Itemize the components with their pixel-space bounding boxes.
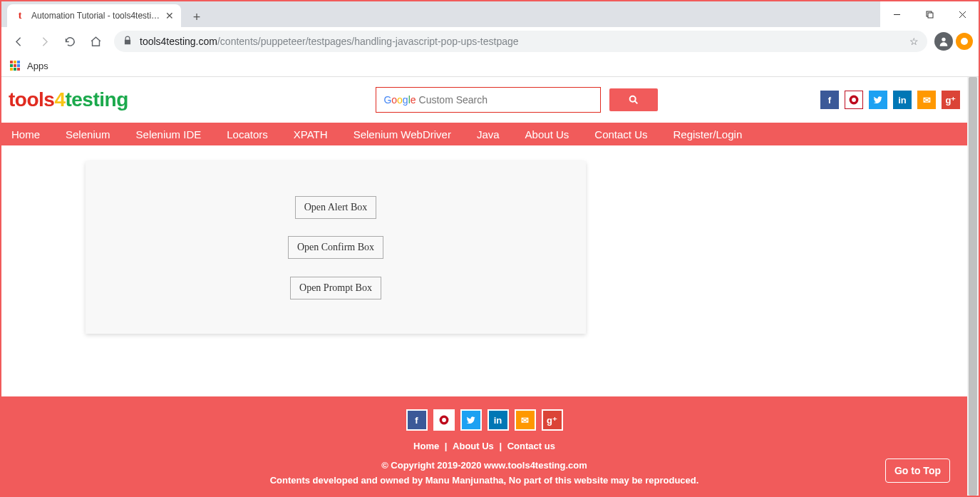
forward-button[interactable] <box>33 30 56 53</box>
maximize-button[interactable] <box>913 1 946 27</box>
bookmark-star-icon[interactable]: ☆ <box>909 36 919 47</box>
site-footer: f in ✉ g⁺ Home | About Us | Contact us ©… <box>1 396 967 496</box>
footer-links: Home | About Us | Contact us <box>1 441 967 451</box>
nav-locators[interactable]: Locators <box>222 128 272 140</box>
tab-title: Automation Tutorial - tools4testi… <box>31 11 160 21</box>
footer-linkedin-icon[interactable]: in <box>488 409 509 431</box>
demo-card: Open Alert Box Open Confirm Box Open Pro… <box>86 161 586 334</box>
search-wrap: Google Custom Search <box>376 87 658 113</box>
tab-strip: t Automation Tutorial - tools4testi… ✕ + <box>1 1 979 27</box>
search-icon <box>628 94 639 106</box>
nav-contact[interactable]: Contact Us <box>590 128 651 140</box>
googleplus-icon[interactable]: g⁺ <box>942 91 960 109</box>
open-alert-button[interactable]: Open Alert Box <box>295 196 377 219</box>
back-button[interactable] <box>7 30 30 53</box>
bookmarks-bar: Apps <box>1 56 979 77</box>
nav-selenium[interactable]: Selenium <box>61 128 115 140</box>
pinterest-icon[interactable] <box>845 91 863 109</box>
search-input[interactable]: Google Custom Search <box>376 87 601 113</box>
footer-facebook-icon[interactable]: f <box>406 409 428 431</box>
profile-button[interactable] <box>934 32 953 51</box>
page: tools4testing Google Custom Search f in … <box>1 77 967 496</box>
twitter-icon[interactable] <box>869 91 887 109</box>
close-tab-icon[interactable]: ✕ <box>165 10 174 21</box>
header-social: f in ✉ g⁺ <box>820 91 960 109</box>
facebook-icon[interactable]: f <box>820 91 839 109</box>
new-tab-button[interactable]: + <box>187 7 207 27</box>
favicon-icon: t <box>14 10 26 21</box>
open-confirm-button[interactable]: Open Confirm Box <box>288 236 383 259</box>
footer-twitter-icon[interactable] <box>460 409 482 431</box>
nav-xpath[interactable]: XPATH <box>289 128 332 140</box>
lock-icon <box>123 36 133 48</box>
apps-label[interactable]: Apps <box>27 61 48 71</box>
svg-point-10 <box>852 98 856 102</box>
nav-about[interactable]: About Us <box>521 128 574 140</box>
search-button[interactable] <box>609 88 658 111</box>
footer-disclaimer: Contents developed and owned by Manu Man… <box>1 475 967 486</box>
nav-java[interactable]: Java <box>473 128 504 140</box>
email-icon[interactable]: ✉ <box>917 91 936 109</box>
browser-tab[interactable]: t Automation Tutorial - tools4testi… ✕ <box>7 4 181 27</box>
viewport: tools4testing Google Custom Search f in … <box>1 77 979 496</box>
scrollbar-thumb[interactable] <box>969 77 977 496</box>
svg-point-6 <box>961 38 968 45</box>
nav-home[interactable]: Home <box>7 128 44 140</box>
search-placeholder: Custom Search <box>419 94 488 106</box>
footer-link-about[interactable]: About Us <box>453 441 494 451</box>
svg-point-5 <box>942 38 945 41</box>
svg-point-7 <box>630 96 636 102</box>
footer-googleplus-icon[interactable]: g⁺ <box>542 409 563 431</box>
svg-line-8 <box>635 101 638 104</box>
home-button[interactable] <box>84 30 107 53</box>
nav-register[interactable]: Register/Login <box>669 128 747 140</box>
site-header: tools4testing Google Custom Search f in … <box>1 77 967 123</box>
open-prompt-button[interactable]: Open Prompt Box <box>290 277 381 299</box>
browser-chrome: t Automation Tutorial - tools4testi… ✕ +… <box>1 1 979 77</box>
content-area: Open Alert Box Open Confirm Box Open Pro… <box>1 145 967 396</box>
svg-rect-2 <box>928 13 933 18</box>
close-window-button[interactable] <box>946 1 979 27</box>
apps-icon[interactable] <box>10 61 21 72</box>
address-bar[interactable]: tools4testing.com/contents/puppeteer/tes… <box>114 31 927 52</box>
footer-social: f in ✉ g⁺ <box>1 409 967 431</box>
go-to-top-button[interactable]: Go to Top <box>885 458 950 483</box>
footer-copyright: © Copyright 2019-2020 www.tools4testing.… <box>1 460 967 471</box>
svg-point-12 <box>442 418 446 422</box>
extension-icon[interactable] <box>956 33 973 50</box>
url-text: tools4testing.com/contents/puppeteer/tes… <box>140 36 519 47</box>
toolbar: tools4testing.com/contents/puppeteer/tes… <box>1 27 979 56</box>
minimize-button[interactable] <box>880 1 913 27</box>
footer-link-contact[interactable]: Contact us <box>507 441 555 451</box>
site-nav: Home Selenium Selenium IDE Locators XPAT… <box>1 123 967 145</box>
footer-pinterest-icon[interactable] <box>433 409 455 431</box>
google-logo-text: Google <box>383 94 416 106</box>
site-logo[interactable]: tools4testing <box>9 88 128 111</box>
linkedin-icon[interactable]: in <box>893 91 912 109</box>
nav-selenium-ide[interactable]: Selenium IDE <box>132 128 206 140</box>
footer-email-icon[interactable]: ✉ <box>515 409 536 431</box>
scrollbar[interactable] <box>967 77 979 496</box>
nav-webdriver[interactable]: Selenium WebDriver <box>349 128 455 140</box>
reload-button[interactable] <box>58 30 81 53</box>
footer-link-home[interactable]: Home <box>413 441 439 451</box>
window-controls <box>880 1 979 27</box>
